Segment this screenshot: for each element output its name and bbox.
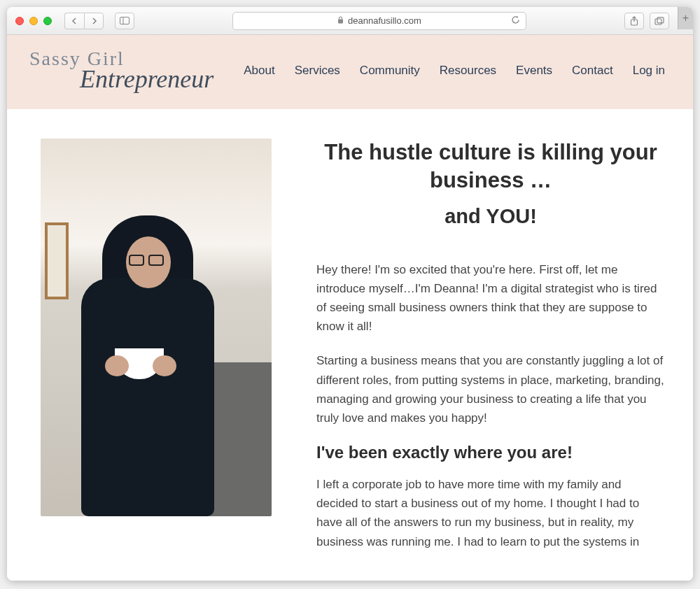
sidebar-toggle-button[interactable] xyxy=(115,13,134,29)
nav-events[interactable]: Events xyxy=(516,64,552,78)
nav-login[interactable]: Log in xyxy=(633,64,665,78)
subheading: I've been exactly where you are! xyxy=(316,443,665,462)
intro-paragraph-1: Hey there! I'm so excited that you're he… xyxy=(316,260,665,336)
forward-button[interactable] xyxy=(84,13,104,29)
address-bar[interactable]: deannafusillo.com xyxy=(232,12,526,30)
svg-rect-5 xyxy=(657,17,664,22)
svg-rect-4 xyxy=(655,19,662,24)
new-tab-button[interactable]: + xyxy=(678,7,693,29)
nav-contact[interactable]: Contact xyxy=(572,64,613,78)
nav-about[interactable]: About xyxy=(244,64,274,78)
browser-window: deannafusillo.com + Sassy Girl Entrepren… xyxy=(7,7,693,581)
nav-services[interactable]: Services xyxy=(295,64,340,78)
nav-back-forward xyxy=(64,13,104,29)
nav-resources[interactable]: Resources xyxy=(440,64,496,78)
headline-secondary: and YOU! xyxy=(316,205,665,228)
headline-primary: The hustle culture is killing your busin… xyxy=(316,139,665,195)
tabs-button[interactable] xyxy=(650,13,669,29)
intro-paragraph-2: Starting a business means that you are c… xyxy=(316,351,665,427)
article-body: The hustle culture is killing your busin… xyxy=(316,139,665,567)
svg-rect-0 xyxy=(120,17,130,24)
toolbar-right xyxy=(624,13,669,29)
share-button[interactable] xyxy=(624,13,644,29)
reload-button[interactable] xyxy=(511,15,520,27)
lock-icon xyxy=(337,16,344,25)
window-controls xyxy=(15,17,52,25)
primary-nav: About Services Community Resources Event… xyxy=(244,64,665,78)
page-viewport: Sassy Girl Entrepreneur About Services C… xyxy=(7,35,693,581)
main-content: The hustle culture is killing your busin… xyxy=(7,109,693,567)
site-header: Sassy Girl Entrepreneur About Services C… xyxy=(7,35,693,109)
fullscreen-window-button[interactable] xyxy=(43,17,52,25)
minimize-window-button[interactable] xyxy=(29,17,38,25)
close-window-button[interactable] xyxy=(15,17,24,25)
address-bar-wrap: deannafusillo.com xyxy=(140,12,619,30)
nav-community[interactable]: Community xyxy=(360,64,420,78)
back-button[interactable] xyxy=(64,13,84,29)
svg-rect-2 xyxy=(338,20,343,24)
browser-toolbar: deannafusillo.com + xyxy=(7,7,693,35)
intro-paragraph-3: I left a corporate job to have more time… xyxy=(316,475,665,551)
hero-photo xyxy=(41,139,272,516)
logo-line2: Entrepreneur xyxy=(80,64,214,94)
site-logo[interactable]: Sassy Girl Entrepreneur xyxy=(29,48,214,94)
url-text: deannafusillo.com xyxy=(348,15,421,26)
